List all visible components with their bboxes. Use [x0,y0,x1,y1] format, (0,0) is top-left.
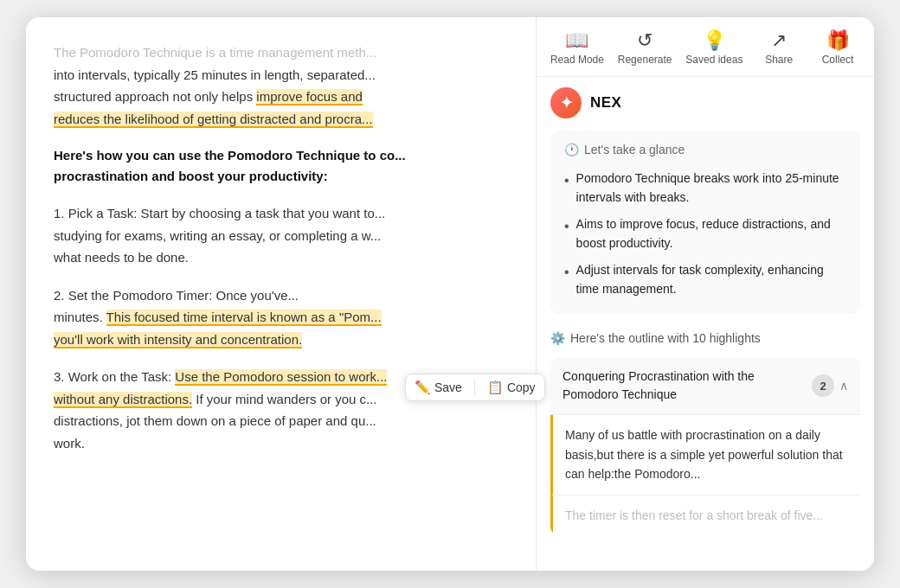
pencil-icon: ✏️ [415,380,431,395]
share-label: Share [765,54,793,66]
intro-paragraph: The Pomodoro Technique is a time managem… [54,42,508,130]
avatar: ✦ [550,87,582,118]
toolbar-saved-ideas[interactable]: 💡 Saved ideas [682,26,746,71]
regenerate-label: Regenerate [618,54,672,66]
glance-title: 🕐 Let's take a glance [564,143,846,157]
nex-name: NEX [590,94,621,112]
bullet-1: • [564,169,569,192]
ai-content: ✦ NEX 🕐 Let's take a glance • Pomodoro T… [537,77,874,571]
read-mode-label: Read Mode [550,54,604,66]
copy-button[interactable]: 📋 Copy [487,380,536,395]
right-panel: 📖 Read Mode ↺ Regenerate 💡 Saved ideas ↗… [537,17,874,571]
left-panel: The Pomodoro Technique is a time managem… [26,17,537,571]
outline-header: ⚙️ Here's the outline with 10 highlights [550,331,860,345]
lightbulb-icon: 💡 [703,31,726,50]
floating-toolbar: ✏️ Save 📋 Copy [405,374,545,401]
chevron-up-icon: ∧ [839,379,848,393]
step-2: 2. Set the Pomodoro Timer: Once you've..… [54,284,508,351]
refresh-icon: ↺ [637,31,652,50]
toolbar-share[interactable]: ↗ Share [753,26,805,71]
app-container: The Pomodoro Technique is a time managem… [26,17,874,571]
avatar-icon: ✦ [560,93,573,112]
nex-header: ✦ NEX [550,87,860,118]
article-excerpt: Many of us battle with procrastination o… [550,414,860,535]
article-card: Conquering Procrastination with the Pomo… [550,357,860,535]
toolbar-read-mode[interactable]: 📖 Read Mode [547,26,608,71]
top-toolbar: 📖 Read Mode ↺ Regenerate 💡 Saved ideas ↗… [537,17,874,77]
glance-item-1: • Pomodoro Technique breaks work into 25… [564,165,846,211]
copy-label: Copy [507,380,536,394]
step-1: 1. Pick a Task: Start by choosing a task… [54,202,508,269]
bold-heading: Here's how you can use the Pomodoro Tech… [54,145,508,187]
gear-icon: ⚙️ [550,331,565,345]
article-title: Conquering Procrastination with the Pomo… [562,368,803,404]
glance-item-3: • Adjust intervals for task complexity, … [564,257,846,303]
collect-icon: 🎁 [826,31,850,50]
bullet-2: • [564,215,569,238]
bullet-3: • [564,261,569,284]
toolbar-separator [474,380,475,395]
saved-ideas-label: Saved ideas [685,54,742,66]
book-icon: 📖 [565,31,588,50]
share-icon: ↗ [771,31,787,50]
toolbar-regenerate[interactable]: ↺ Regenerate [614,26,676,71]
glance-icon: 🕐 [564,143,579,157]
copy-icon: 📋 [487,380,504,395]
save-label: Save [434,380,462,394]
article-badge: 2 [812,374,834,397]
save-button[interactable]: ✏️ Save [415,380,462,395]
collect-label: Collect [822,54,854,66]
article-card-header[interactable]: Conquering Procrastination with the Pomo… [550,357,860,414]
excerpt-item-1: Many of us battle with procrastination o… [550,415,860,494]
toolbar-collect[interactable]: 🎁 Collect [812,26,864,71]
glance-section: 🕐 Let's take a glance • Pomodoro Techniq… [550,131,860,314]
excerpt-item-2: The timer is then reset for a short brea… [550,495,860,535]
glance-item-2: • Aims to improve focus, reduce distract… [564,211,846,257]
